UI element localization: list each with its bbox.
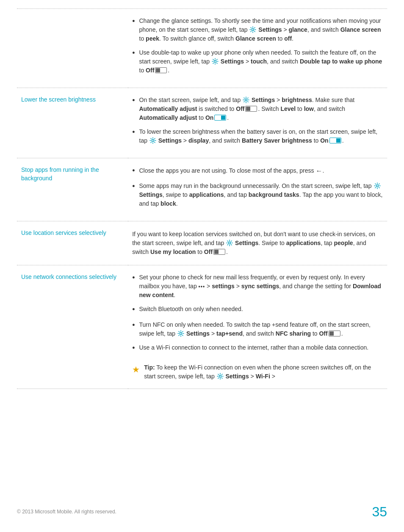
bullet-point: • (132, 165, 135, 176)
section-item-3-0: If you want to keep location services sw… (132, 229, 383, 257)
bold-text: applications (286, 240, 321, 246)
bold-text: sync settings (241, 283, 279, 289)
section-label-location-services: Use location services selectively (17, 221, 128, 265)
section-content-location-services: If you want to keep location services sw… (128, 221, 387, 265)
bold-text: display (188, 137, 209, 144)
bullet-point: • (132, 181, 135, 192)
svg-point-2 (245, 99, 247, 101)
bold-text: Off (204, 248, 213, 255)
bold-text: background tasks (249, 191, 299, 198)
section-label-lower-brightness: Lower the screen brightness (17, 88, 128, 158)
toggle-off-icon (245, 106, 257, 112)
bold-text: Settings (250, 96, 275, 103)
list-item: •Some apps may run in the background unn… (132, 182, 383, 208)
bold-text: Settings (224, 373, 249, 380)
section-content-network-connections: •Set your phone to check for new mail le… (128, 265, 387, 389)
bold-text: touch (251, 58, 267, 65)
svg-point-1 (214, 61, 216, 63)
section-row-stop-apps: Stop apps from running in the background… (17, 158, 387, 221)
bullet-point: • (132, 127, 135, 138)
bold-text: settings (212, 283, 235, 289)
section-row-lower-brightness: Lower the screen brightness•On the start… (17, 88, 387, 158)
tip-star-icon: ★ (132, 363, 140, 376)
list-item: •Set your phone to check for new mail le… (132, 273, 383, 300)
bold-text: Double tap to wake up phone (300, 58, 382, 65)
bold-text: glance (289, 26, 307, 33)
bold-text: block (160, 200, 176, 207)
section-label-stop-apps: Stop apps from running in the background (17, 158, 128, 221)
tip-box: ★Tip: To keep the Wi-Fi connection on ev… (132, 360, 383, 381)
bold-text: Glance screen (340, 26, 381, 33)
bold-text: low (304, 105, 314, 112)
section-label-glance-wake (17, 9, 128, 88)
footer: © 2013 Microsoft Mobile. All rights rese… (0, 502, 404, 522)
bold-text: peek (146, 35, 159, 42)
list-item-text: Use a Wi-Fi connection to connect to the… (139, 343, 383, 352)
bold-text: Off (319, 330, 327, 337)
toggle-off-icon (329, 331, 340, 336)
list-item-text: On the start screen, swipe left, and tap… (139, 96, 383, 122)
bold-text: Settings (233, 240, 258, 246)
content-table: •Change the glance settings. To shortly … (17, 9, 387, 389)
toggle-on-icon (329, 138, 341, 143)
bold-text: NFC sharing (276, 330, 311, 337)
footer-copyright: © 2013 Microsoft Mobile. All rights rese… (17, 508, 116, 515)
bold-text: off (284, 35, 292, 42)
svg-point-0 (252, 29, 254, 31)
toggle-off-icon (213, 249, 225, 255)
section-content-glance-wake: •Change the glance settings. To shortly … (128, 9, 387, 88)
list-item-text: Close the apps you are not using. To clo… (139, 166, 383, 176)
list-item-text: Turn NFC on only when needed. To switch … (139, 320, 383, 338)
bold-text: brightness (282, 96, 312, 103)
list-item: •On the start screen, swipe left, and ta… (132, 96, 383, 122)
tip-content: Tip: To keep the Wi-Fi connection on eve… (144, 363, 383, 381)
bullet-point: • (132, 95, 135, 106)
bold-text: Automatically adjust (139, 105, 197, 112)
back-arrow-icon: ← (315, 166, 322, 176)
svg-point-3 (152, 140, 154, 142)
section-content-stop-apps: •Close the apps you are not using. To cl… (128, 158, 387, 221)
bold-text: Settings (139, 191, 163, 198)
list-item: •Close the apps you are not using. To cl… (132, 166, 383, 176)
list-item-text: Some apps may run in the background unne… (139, 182, 383, 208)
bullet-point: • (132, 342, 135, 354)
bold-text: applications (189, 191, 224, 198)
bold-text: Battery Saver brightness (242, 137, 312, 144)
bold-text: Off (146, 67, 154, 74)
bullet-point: • (132, 320, 135, 331)
list-item-text: To lower the screen brightness when the … (139, 127, 383, 145)
list-item: •Switch Bluetooth on only when needed. (132, 305, 383, 315)
list-item-text: Change the glance settings. To shortly s… (139, 17, 383, 43)
svg-point-7 (219, 375, 221, 378)
settings-icon (243, 96, 249, 103)
bold-text: Settings (185, 330, 210, 337)
list-item: •Use a Wi-Fi connection to connect to th… (132, 343, 383, 354)
section-row-location-services: Use location services selectivelyIf you … (17, 221, 387, 265)
settings-icon (212, 58, 219, 65)
three-dots-icon: ••• (199, 283, 205, 290)
toggle-on-icon (214, 115, 226, 121)
section-row-glance-wake: •Change the glance settings. To shortly … (17, 9, 387, 88)
bold-text: Use my location (150, 248, 196, 255)
page: •Change the glance settings. To shortly … (0, 0, 404, 532)
section-content-lower-brightness: •On the start screen, swipe left, and ta… (128, 88, 387, 158)
bold-text: Settings (219, 58, 244, 65)
bold-text: On (205, 114, 213, 121)
list-item: •To lower the screen brightness when the… (132, 127, 383, 145)
svg-point-6 (180, 333, 182, 335)
bold-text: Level (280, 105, 296, 112)
settings-icon (249, 26, 256, 33)
settings-icon (177, 330, 184, 337)
list-item: •Use double-tap to wake up your phone on… (132, 48, 383, 75)
list-item-text: Set your phone to check for new mail les… (139, 273, 383, 300)
bold-text: Tip: (144, 364, 155, 371)
bold-text: Settings (157, 137, 182, 144)
settings-icon (149, 137, 156, 144)
svg-point-4 (376, 185, 378, 187)
section-label-network-connections: Use network connections selectively (17, 265, 128, 389)
bullet-point: • (132, 16, 135, 27)
bold-text: Glance screen (235, 35, 276, 42)
section-row-network-connections: Use network connections selectively•Set … (17, 265, 387, 389)
list-item-text: Use double-tap to wake up your phone onl… (139, 48, 383, 75)
settings-icon (374, 182, 381, 189)
